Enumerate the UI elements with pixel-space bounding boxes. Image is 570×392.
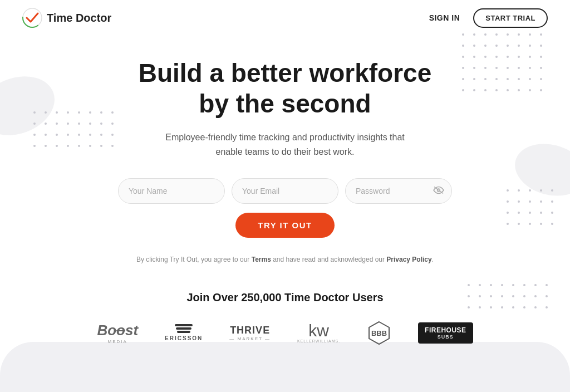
terms-link[interactable]: Terms [252,256,271,263]
brand-ericsson: ERICSSON [165,324,203,341]
kw-logo-text: kw [308,322,329,339]
boost-sub-text: MEDIA [108,339,127,344]
brand-kw: kw KELLERWILLIAMS. [297,322,340,343]
logos-row: Boost MEDIA ERICSSON THRIVE — MARKET — k… [97,321,473,345]
firehouse-logo-text: FIREHOUSE [425,326,466,334]
firehouse-sub-text: SUBS [438,334,454,340]
password-wrap [345,178,452,204]
brand-thrive: THRIVE — MARKET — [229,325,271,341]
start-trial-button[interactable]: START TRIAL [473,8,548,28]
brand-bbb: BBB [367,321,391,345]
toggle-password-icon[interactable] [433,185,444,197]
logos-section: Join Over 250,000 Time Doctor Users Boos… [0,291,570,345]
firehouse-box: FIREHOUSE SUBS [418,322,473,344]
logos-section-title: Join Over 250,000 Time Doctor Users [186,291,383,304]
try-it-out-button[interactable]: TRY IT OUT [235,213,335,238]
svg-text:BBB: BBB [371,329,387,337]
signup-form: TRY IT OUT By clicking Try It Out, you a… [118,178,452,291]
header: Time Doctor SIGN IN START TRIAL [0,0,570,36]
brand-firehouse: FIREHOUSE SUBS [418,322,473,344]
form-row [118,178,452,204]
hero-subtitle: Employee-friendly time tracking and prod… [165,130,405,159]
hero-title: Build a better workforce by the second [139,58,432,119]
name-input[interactable] [118,178,225,204]
header-nav: SIGN IN START TRIAL [429,8,548,28]
logo-link[interactable]: Time Doctor [22,8,111,28]
kw-sub-text: KELLERWILLIAMS. [297,339,340,343]
logo-text: Time Doctor [47,12,111,24]
decoration-footer-bg [0,342,570,392]
sign-in-button[interactable]: SIGN IN [429,13,460,22]
ericsson-waves-icon [175,324,193,333]
email-input[interactable] [232,178,338,204]
ericsson-label: ERICSSON [165,335,203,341]
terms-text: By clicking Try It Out, you agree to our… [118,256,452,263]
main-content: Build a better workforce by the second E… [0,36,570,291]
privacy-policy-link[interactable]: Privacy Policy [386,256,431,263]
bbb-logo-icon: BBB [367,321,391,345]
brand-boost: Boost MEDIA [97,322,138,344]
logo-icon [22,8,42,28]
boost-logo-text: Boost [97,322,138,339]
thrive-logo-text: THRIVE [230,325,270,336]
thrive-sub-text: — MARKET — [229,336,271,341]
